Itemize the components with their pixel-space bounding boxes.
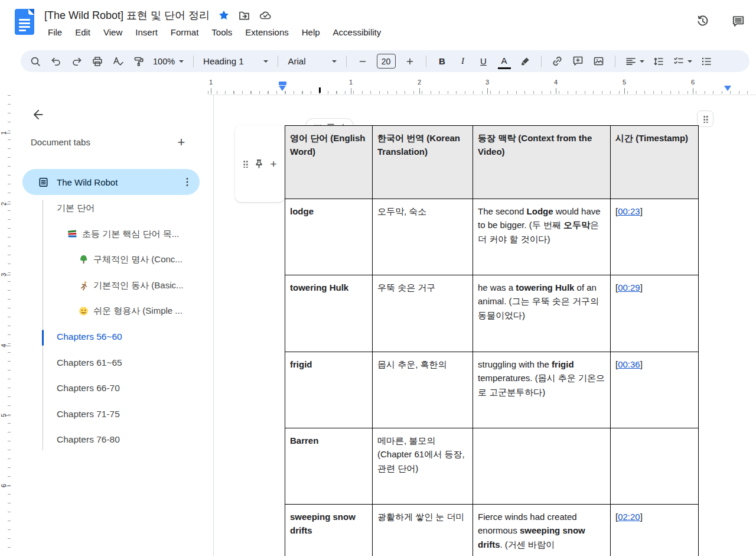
align-left-select[interactable] bbox=[625, 54, 644, 69]
outline-item-chapters-76-80[interactable]: Chapters 76-80 bbox=[11, 427, 213, 453]
active-tab-the-wild-robot[interactable]: The Wild Robot bbox=[22, 169, 200, 195]
chevron-down-icon bbox=[332, 60, 337, 63]
add-row-button[interactable]: + bbox=[270, 158, 276, 170]
cell-context[interactable]: he was a towering Hulk of an animal. (그는… bbox=[473, 275, 611, 352]
cell-timestamp[interactable]: [00:23] bbox=[611, 199, 699, 275]
drag-handle-icon[interactable] bbox=[243, 160, 248, 168]
zoom-select[interactable]: 100% bbox=[153, 54, 184, 69]
cell-context[interactable]: struggling with the frigid temperatures.… bbox=[473, 352, 611, 428]
cell-timestamp[interactable]: [00:36] bbox=[611, 352, 699, 428]
pin-header-row-icon[interactable] bbox=[253, 158, 265, 170]
cell-word[interactable]: lodge bbox=[285, 199, 373, 275]
cell-translation[interactable]: 오두막, 숙소 bbox=[373, 199, 473, 275]
cell-word[interactable]: sweeping snow drifts bbox=[285, 505, 373, 556]
tab-options-kebab-icon[interactable] bbox=[182, 177, 193, 187]
outline-item-chapters-61-65[interactable]: Chapters 61~65 bbox=[11, 350, 213, 376]
outline-item[interactable]: 초등 기본 핵심 단어 목... bbox=[11, 222, 213, 248]
font-size-input[interactable]: 20 bbox=[377, 54, 396, 69]
insert-image-icon[interactable] bbox=[592, 54, 605, 69]
ruler-number: 1 bbox=[209, 79, 213, 86]
outline-item[interactable]: 기본적인 동사 (Basic... bbox=[11, 273, 213, 299]
cell-word[interactable]: frigid bbox=[285, 352, 373, 428]
outline-item-chapters-56-60[interactable]: Chapters 56~60 bbox=[11, 324, 213, 350]
header-korean-translation[interactable]: 한국어 번역 (Korean Translation) bbox=[373, 126, 473, 199]
print-icon[interactable] bbox=[91, 54, 104, 69]
add-comment-icon[interactable] bbox=[572, 54, 585, 69]
menu-item-edit[interactable]: Edit bbox=[70, 26, 95, 38]
right-indent-marker[interactable] bbox=[724, 86, 731, 91]
font-family-select[interactable]: Arial bbox=[288, 54, 336, 69]
redo-icon[interactable] bbox=[70, 54, 83, 69]
cell-word[interactable]: Barren bbox=[285, 428, 373, 505]
cell-timestamp[interactable]: [02:20] bbox=[611, 505, 699, 556]
cloud-status-icon[interactable] bbox=[259, 9, 272, 22]
header-context[interactable]: 등장 맥락 (Context from the Video) bbox=[473, 126, 611, 199]
table-header-row: 영어 단어 (English Word) 한국어 번역 (Korean Tran… bbox=[285, 126, 699, 199]
text-color-button[interactable]: A bbox=[498, 53, 511, 69]
cell-timestamp[interactable]: [00:29] bbox=[611, 275, 699, 352]
star-icon[interactable] bbox=[218, 9, 230, 21]
menu-item-format[interactable]: Format bbox=[166, 26, 204, 38]
header-timestamp[interactable]: 시간 (Timestamp) bbox=[611, 126, 699, 199]
timestamp-link[interactable]: 00:29 bbox=[618, 282, 640, 292]
cell-timestamp[interactable] bbox=[611, 428, 699, 505]
bulleted-list-icon[interactable] bbox=[700, 54, 713, 69]
line-spacing-icon[interactable] bbox=[652, 54, 665, 69]
timestamp-link[interactable]: 02:20 bbox=[618, 512, 640, 522]
version-history-icon[interactable] bbox=[696, 14, 710, 28]
spelling-check-icon[interactable] bbox=[112, 54, 125, 69]
underline-button[interactable]: U bbox=[477, 54, 490, 69]
cell-context[interactable]: The second Lodge would have to be bigger… bbox=[473, 199, 611, 275]
cell-translation[interactable]: 광활하게 쌓인 눈 더미 bbox=[373, 505, 473, 556]
menu-item-view[interactable]: View bbox=[99, 26, 127, 38]
cell-translation[interactable]: 메마른, 불모의 (Chapter 61에서 등장, 관련 단어) bbox=[373, 428, 473, 505]
google-docs-logo-icon[interactable] bbox=[15, 9, 34, 35]
cell-translation[interactable]: 몹시 추운, 혹한의 bbox=[373, 352, 473, 428]
italic-button[interactable]: I bbox=[457, 54, 470, 69]
menu-item-accessibility[interactable]: Accessibility bbox=[328, 26, 386, 38]
menu-item-tools[interactable]: Tools bbox=[207, 26, 237, 38]
document-canvas[interactable]: + + 영어 단어 (English Word) 한국어 번역 (Korean … bbox=[214, 95, 756, 556]
paragraph-style-select[interactable]: Heading 1 bbox=[203, 54, 268, 69]
cell-context[interactable] bbox=[473, 428, 611, 505]
menu-item-insert[interactable]: Insert bbox=[131, 26, 162, 38]
horizontal-ruler[interactable]: 1 1 2 3 4 5 6 bbox=[208, 77, 756, 95]
ruler-number: 2 bbox=[0, 200, 7, 208]
timestamp-link[interactable]: 00:36 bbox=[618, 359, 640, 369]
chevron-down-icon bbox=[263, 60, 268, 63]
menu-item-file[interactable]: File bbox=[43, 26, 67, 38]
insert-link-icon[interactable] bbox=[551, 54, 564, 69]
search-menus-icon[interactable] bbox=[29, 54, 42, 69]
outline-item-chapters-66-70[interactable]: Chapters 66-70 bbox=[11, 376, 213, 402]
cell-word[interactable]: towering Hulk bbox=[285, 275, 373, 352]
outline-item-chapters-71-75[interactable]: Chapters 71-75 bbox=[11, 401, 213, 427]
bold-button[interactable]: B bbox=[436, 54, 449, 69]
decrease-font-size-button[interactable] bbox=[356, 54, 369, 69]
comments-icon[interactable] bbox=[731, 14, 745, 28]
vertical-ruler[interactable]: 1 2 3 4 5 6 bbox=[0, 95, 12, 556]
timestamp-link[interactable]: 00:23 bbox=[618, 206, 640, 216]
outline-item[interactable]: 구체적인 명사 (Conc... bbox=[11, 247, 213, 273]
document-title[interactable]: [The Wild Robot] 표현 및 단어 정리 bbox=[44, 8, 210, 22]
outline-item[interactable]: 쉬운 형용사 (Simple ... bbox=[11, 298, 213, 324]
checklist-select[interactable] bbox=[673, 54, 692, 69]
cell-context[interactable]: Fierce winds had created enormous sweepi… bbox=[473, 505, 611, 556]
divider bbox=[193, 56, 194, 67]
highlight-color-icon[interactable] bbox=[519, 54, 532, 69]
undo-icon[interactable] bbox=[50, 54, 63, 69]
first-line-indent-marker[interactable] bbox=[279, 82, 286, 85]
table-drag-grip[interactable] bbox=[697, 110, 713, 127]
add-tab-button[interactable]: + bbox=[172, 133, 191, 152]
table-row: sweeping snow drifts 광활하게 쌓인 눈 더미 Fierce… bbox=[285, 505, 699, 556]
menu-item-extensions[interactable]: Extensions bbox=[240, 26, 293, 38]
menu-item-help[interactable]: Help bbox=[297, 26, 325, 38]
outline-item[interactable]: 기본 단어 bbox=[11, 196, 213, 222]
cell-translation[interactable]: 우뚝 솟은 거구 bbox=[373, 275, 473, 352]
move-folder-icon[interactable] bbox=[238, 9, 250, 22]
increase-font-size-button[interactable] bbox=[403, 54, 416, 69]
left-indent-marker[interactable] bbox=[279, 86, 286, 91]
header-english-word[interactable]: 영어 단어 (English Word) bbox=[285, 126, 373, 199]
paint-format-icon[interactable] bbox=[132, 54, 145, 69]
ruler-number: 4 bbox=[0, 342, 7, 350]
collapse-sidebar-button[interactable] bbox=[26, 103, 50, 126]
